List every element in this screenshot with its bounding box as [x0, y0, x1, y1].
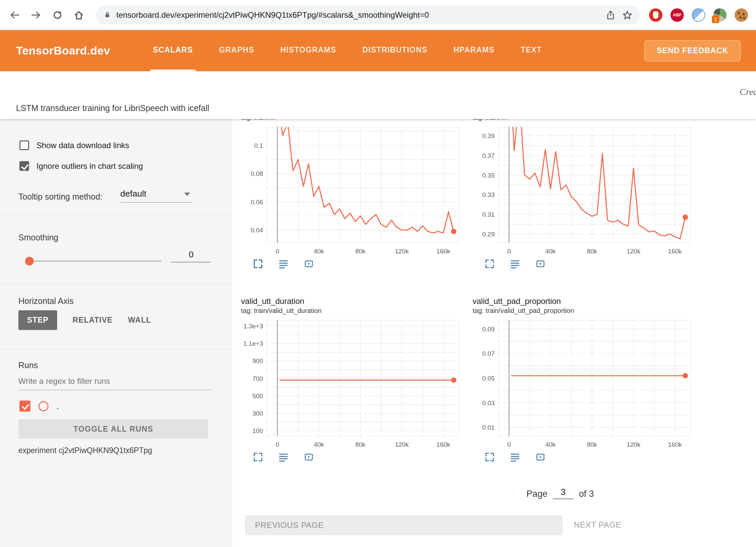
expand-chart-icon[interactable] — [485, 259, 495, 269]
show-download-links-checkbox[interactable] — [19, 140, 29, 150]
reload-icon[interactable] — [51, 8, 64, 22]
browser-toolbar: tensorboard.dev/experiment/cj2vtPiwQHKN9… — [0, 0, 756, 30]
axis-wall-button[interactable]: WALL — [128, 316, 151, 325]
axis-relative-button[interactable]: RELATIVE — [73, 316, 113, 325]
svg-text:120k: 120k — [395, 441, 409, 448]
line-chart[interactable]: 0.040.060.080.1040k80k120k160k — [241, 124, 462, 257]
tooltip-sorting-dropdown[interactable]: default — [120, 189, 192, 203]
tab-distributions[interactable]: DISTRIBUTIONS — [360, 30, 430, 71]
divider — [0, 216, 232, 216]
expand-chart-icon[interactable] — [253, 452, 263, 462]
chart-actions — [485, 452, 693, 462]
extension-blue-icon[interactable] — [692, 8, 705, 22]
svg-text:0.35: 0.35 — [482, 172, 495, 179]
created-text-clipped: Crea — [740, 87, 756, 97]
chart-tag: tag: train/… — [241, 119, 462, 122]
runs-selector-icon[interactable] — [278, 259, 288, 269]
page-total-label: of 3 — [579, 489, 594, 499]
home-icon[interactable] — [72, 8, 86, 22]
fit-domain-icon[interactable] — [304, 259, 314, 269]
chart-actions — [485, 259, 693, 269]
chart-actions — [253, 452, 462, 462]
run-list-item[interactable]: . — [19, 401, 59, 412]
svg-text:0.06: 0.06 — [251, 199, 263, 206]
fit-domain-icon[interactable] — [535, 259, 545, 269]
smoothing-value-input[interactable] — [171, 249, 211, 262]
chart-card: tag: train/… 0.040.060.080.1040k80k120k1… — [241, 119, 462, 269]
adblock-icon[interactable] — [649, 8, 662, 22]
send-feedback-button[interactable]: SEND FEEDBACK — [644, 40, 741, 62]
svg-text:40k: 40k — [314, 248, 324, 255]
toggle-all-runs-button[interactable]: TOGGLE ALL RUNS — [18, 419, 208, 439]
svg-text:0.03: 0.03 — [482, 400, 495, 407]
ignore-outliers-checkbox[interactable] — [19, 161, 29, 171]
svg-text:1.3e+3: 1.3e+3 — [243, 323, 263, 330]
chart-card: valid_utt_pad_proportion tag: train/vali… — [473, 296, 693, 462]
chevron-down-icon — [184, 193, 190, 196]
page-number-input[interactable] — [553, 487, 574, 499]
tab-histograms[interactable]: HISTOGRAMS — [278, 30, 339, 71]
show-download-links-label: Show data download links — [36, 141, 129, 150]
svg-text:80k: 80k — [355, 248, 366, 255]
previous-page-button[interactable]: PREVIOUS PAGE — [245, 515, 563, 535]
settings-sidebar: Show data download links Ignore outliers… — [0, 119, 232, 547]
divider — [0, 285, 232, 285]
svg-text:0.07: 0.07 — [482, 350, 495, 357]
tab-hparams[interactable]: HPARAMS — [451, 30, 497, 71]
svg-text:0.1: 0.1 — [254, 142, 263, 149]
charts-main: tag: train/… 0.040.060.080.1040k80k120k1… — [232, 119, 756, 547]
smoothing-slider[interactable] — [27, 257, 161, 265]
run-color-swatch[interactable] — [38, 401, 48, 411]
address-bar[interactable]: tensorboard.dev/experiment/cj2vtPiwQHKN9… — [96, 6, 640, 24]
abp-icon[interactable]: ABP — [670, 8, 684, 22]
expand-chart-icon[interactable] — [485, 452, 495, 462]
share-icon[interactable] — [605, 9, 616, 21]
chart-tag: tag: train/valid_utt_pad_proportion — [473, 306, 693, 315]
next-page-button[interactable]: NEXT PAGE — [574, 520, 621, 530]
runs-selector-icon[interactable] — [510, 259, 520, 269]
profile-avatar[interactable]: 1 — [713, 8, 727, 22]
svg-text:900: 900 — [252, 357, 263, 364]
tab-scalars[interactable]: SCALARS — [150, 30, 196, 71]
ignore-outliers-row[interactable]: Ignore outliers in chart scaling — [19, 161, 143, 171]
run-name: . — [56, 401, 59, 411]
svg-text:160k: 160k — [668, 248, 682, 255]
line-chart[interactable]: 0.010.030.050.070.09040k80k120k160k — [473, 317, 693, 451]
svg-text:300: 300 — [252, 410, 263, 417]
lock-icon — [103, 11, 112, 19]
run-checkbox[interactable] — [19, 401, 30, 412]
expand-chart-icon[interactable] — [253, 259, 263, 269]
runs-filter-input[interactable] — [18, 376, 211, 390]
line-chart[interactable]: 1003005007009001.1e+31.3e+3040k80k120k16… — [241, 317, 462, 451]
fit-domain-icon[interactable] — [304, 452, 314, 462]
runs-selector-icon[interactable] — [278, 452, 288, 462]
tab-graphs[interactable]: GRAPHS — [216, 30, 257, 71]
chart-title: valid_utt_pad_proportion — [473, 296, 693, 306]
tooltip-sorting-value: default — [120, 189, 146, 199]
chart-tag: tag: train/valid_utt_duration — [241, 306, 462, 315]
url-text[interactable]: tensorboard.dev/experiment/cj2vtPiwQHKN9… — [116, 10, 600, 20]
app-header: TensorBoard.dev SCALARS GRAPHS HISTOGRAM… — [0, 30, 756, 71]
svg-text:0: 0 — [507, 248, 511, 255]
svg-text:120k: 120k — [395, 248, 409, 255]
line-chart[interactable]: 0.290.310.330.350.370.39040k80k120k160k — [473, 124, 693, 257]
back-icon[interactable] — [8, 8, 21, 22]
show-download-links-row[interactable]: Show data download links — [19, 140, 129, 150]
svg-text:100: 100 — [252, 427, 263, 434]
svg-text:0.33: 0.33 — [482, 191, 495, 198]
svg-text:160k: 160k — [668, 441, 682, 448]
cookie-icon[interactable] — [735, 8, 748, 22]
bookmark-star-icon[interactable] — [622, 9, 633, 21]
fit-domain-icon[interactable] — [535, 452, 545, 462]
axis-step-button[interactable]: STEP — [18, 310, 57, 330]
svg-text:40k: 40k — [545, 248, 556, 255]
chart-title: valid_utt_duration — [241, 296, 462, 306]
forward-icon[interactable] — [29, 8, 43, 22]
runs-selector-icon[interactable] — [510, 452, 520, 462]
slider-thumb[interactable] — [25, 257, 34, 265]
svg-text:0.37: 0.37 — [482, 152, 495, 159]
tab-text[interactable]: TEXT — [518, 30, 545, 71]
experiment-description: LSTM transducer training for LibriSpeech… — [16, 103, 209, 113]
slider-track[interactable] — [27, 260, 161, 262]
svg-text:0.01: 0.01 — [482, 424, 495, 431]
